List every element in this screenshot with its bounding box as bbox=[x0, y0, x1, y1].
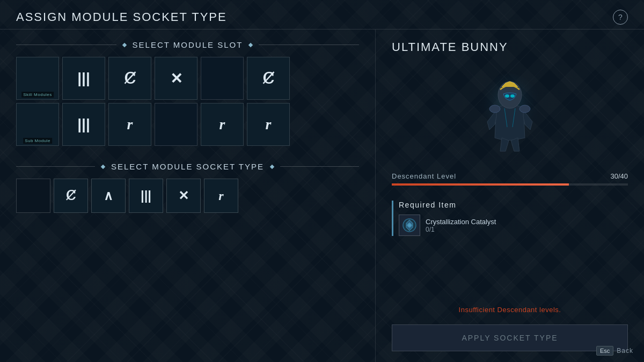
module-slot-section: Select Module Slot Skill Modules ||| bbox=[16, 40, 359, 146]
left-panel: Select Module Slot Skill Modules ||| bbox=[0, 29, 376, 362]
footer: Esc Back bbox=[596, 346, 633, 356]
svg-point-4 bbox=[489, 105, 500, 113]
required-item-section: Required Item Crystallization Catalyst bbox=[392, 201, 628, 236]
character-name: Ultimate Bunny bbox=[392, 40, 628, 54]
item-icon bbox=[399, 215, 420, 236]
skill-module-slot-0[interactable]: Skill Modules bbox=[16, 57, 59, 100]
socket-slot-blank[interactable] bbox=[16, 179, 50, 213]
socket-dot-left bbox=[101, 164, 105, 168]
socket-line-left bbox=[16, 166, 95, 167]
right-panel: Ultimate Bunny bbox=[376, 29, 644, 362]
esc-key[interactable]: Esc bbox=[596, 346, 613, 356]
header: Assign Module Socket Type ? bbox=[0, 0, 644, 29]
skill-modules-label: Skill Modules bbox=[21, 92, 54, 98]
main-content: Select Module Slot Skill Modules ||| bbox=[0, 29, 644, 362]
socket-dot-right bbox=[270, 164, 274, 168]
socket-icon-x: ✕ bbox=[178, 188, 189, 203]
socket-slot-x[interactable]: ✕ bbox=[166, 179, 201, 213]
skill-module-slot-5[interactable]: Ȼ bbox=[247, 57, 290, 100]
skill-module-row: Skill Modules ||| Ȼ ✕ Ȼ bbox=[16, 57, 359, 100]
socket-icon-a: ∧ bbox=[104, 188, 113, 203]
socket-icon-c: Ȼ bbox=[66, 188, 76, 203]
slot-icon-1: ||| bbox=[77, 70, 90, 87]
socket-slot-a[interactable]: ∧ bbox=[91, 179, 126, 213]
module-grid: Skill Modules ||| Ȼ ✕ Ȼ bbox=[16, 57, 359, 146]
required-item: Crystallization Catalyst 0/1 bbox=[399, 215, 628, 236]
svg-point-5 bbox=[519, 105, 530, 113]
warning-text: Insufficient Descendant levels. bbox=[392, 306, 628, 314]
portrait-art bbox=[467, 68, 553, 154]
sub-module-slot-0[interactable]: Sub Module bbox=[16, 103, 59, 146]
socket-icon-r: r bbox=[218, 189, 223, 203]
sub-slot-icon-5: r bbox=[266, 116, 272, 133]
module-slot-header: Select Module Slot bbox=[16, 40, 359, 49]
socket-type-section: Select Module Socket Type Ȼ ∧ ||| bbox=[16, 162, 359, 213]
socket-icon-m: ||| bbox=[141, 188, 151, 203]
socket-type-title: Select Module Socket Type bbox=[111, 162, 264, 171]
descendant-level-value: 30/40 bbox=[610, 172, 628, 180]
main-container: Assign Module Socket Type ? Select Modul… bbox=[0, 0, 644, 362]
required-title: Required Item bbox=[399, 201, 628, 209]
svg-point-3 bbox=[510, 94, 515, 98]
header-line-left bbox=[16, 45, 116, 45]
socket-slot-c[interactable]: Ȼ bbox=[54, 179, 88, 213]
socket-line-right bbox=[280, 166, 359, 167]
header-dot-right bbox=[248, 42, 253, 47]
item-count: 0/1 bbox=[426, 226, 496, 233]
item-name: Crystallization Catalyst bbox=[426, 218, 496, 226]
stats-section: Descendant Level 30/40 bbox=[392, 172, 628, 192]
socket-slot-m[interactable]: ||| bbox=[129, 179, 163, 213]
sub-slot-icon-4: r bbox=[219, 116, 225, 133]
back-label: Back bbox=[617, 347, 633, 354]
header-dot-left bbox=[122, 42, 126, 47]
slot-icon-5: Ȼ bbox=[262, 70, 274, 87]
skill-module-slot-3[interactable]: ✕ bbox=[155, 57, 197, 100]
header-line-right bbox=[259, 45, 359, 45]
help-button[interactable]: ? bbox=[613, 10, 628, 25]
apply-socket-button[interactable]: Apply Socket Type bbox=[392, 324, 628, 351]
sub-module-slot-3[interactable] bbox=[155, 103, 197, 146]
sub-module-label: Sub Module bbox=[23, 138, 52, 144]
sub-slot-icon-2: r bbox=[127, 116, 133, 133]
skill-module-slot-2[interactable]: Ȼ bbox=[108, 57, 151, 100]
socket-type-header: Select Module Socket Type bbox=[16, 162, 359, 171]
descendant-level-bar bbox=[392, 183, 628, 186]
skill-module-slot-4[interactable] bbox=[201, 57, 244, 100]
character-portrait bbox=[462, 63, 558, 159]
descendant-level-row: Descendant Level 30/40 bbox=[392, 172, 628, 180]
sub-module-slot-1[interactable]: ||| bbox=[62, 103, 105, 146]
sub-module-slot-2[interactable]: r bbox=[108, 103, 151, 146]
module-slot-title: Select Module Slot bbox=[133, 40, 243, 49]
sub-module-row: Sub Module ||| r r r bbox=[16, 103, 359, 146]
page-title: Assign Module Socket Type bbox=[16, 10, 227, 24]
sub-module-slot-4[interactable]: r bbox=[201, 103, 244, 146]
skill-module-slot-1[interactable]: ||| bbox=[62, 57, 105, 100]
descendant-level-label: Descendant Level bbox=[392, 172, 456, 180]
socket-slot-r[interactable]: r bbox=[204, 179, 238, 213]
descendant-level-fill bbox=[392, 183, 569, 186]
slot-icon-2: Ȼ bbox=[124, 70, 135, 87]
socket-type-row: Ȼ ∧ ||| ✕ r bbox=[16, 179, 359, 213]
item-info: Crystallization Catalyst 0/1 bbox=[426, 218, 496, 233]
svg-point-2 bbox=[505, 94, 509, 98]
slot-icon-3: ✕ bbox=[170, 70, 182, 87]
sub-slot-icon-1: ||| bbox=[77, 116, 90, 133]
sub-module-slot-5[interactable]: r bbox=[247, 103, 290, 146]
